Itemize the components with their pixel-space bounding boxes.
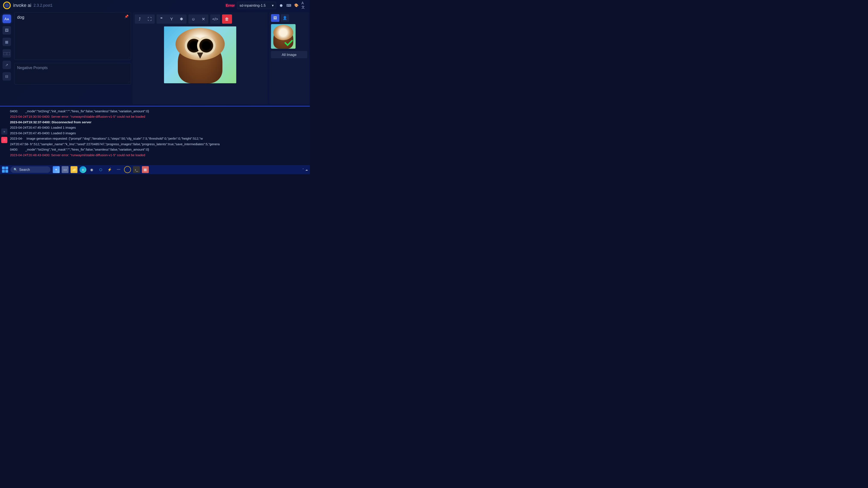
cube-icon[interactable]: ⬢ [278, 3, 284, 8]
task-explorer-icon[interactable]: 📁 [71, 166, 78, 173]
canvas-toolbar: ⤴ ⛶ ❞ Y ✱ ☺ ⤧ </> 🗑 [135, 14, 266, 24]
keyboard-icon[interactable]: ⌨ [286, 3, 291, 8]
app-name: invoke ai [13, 3, 31, 8]
gallery-tab-user[interactable]: 👤 [281, 14, 289, 22]
generated-image[interactable] [164, 27, 237, 83]
resize-handle-icon[interactable]: ⋰ [128, 57, 130, 59]
sidebar-img2img[interactable]: 🖼 [3, 26, 11, 34]
fullscreen-icon[interactable]: ⛶ [145, 14, 155, 24]
console-line: 24T20:47:58- h":512,"sampler_name":"k_lm… [10, 141, 306, 147]
console-line: 2023-04-24T20:47:45-0400: Loaded 0 image… [10, 130, 306, 136]
positive-prompt[interactable]: dog 📌 ⋰ [14, 12, 131, 60]
pin-icon[interactable]: 📌 [124, 14, 129, 19]
task-invoke-icon[interactable] [124, 166, 131, 173]
task-app4-icon[interactable]: ▦ [142, 166, 149, 173]
task-taskview-icon[interactable]: ▭ [62, 166, 68, 173]
console-line: 2023-04-24T19:32:37-0400: Disconnected f… [10, 120, 306, 125]
console-line: 2023-04-24T19:30:50-0400: Server error: … [10, 114, 306, 120]
chevron-down-icon: ▾ [272, 3, 274, 7]
app-logo [3, 1, 11, 9]
console-line: 0400: _mode":"txt2img","init_mask":"","h… [10, 147, 306, 152]
share-icon[interactable]: ⤴ [135, 14, 145, 24]
taskbar-search[interactable]: 🔍 Search [10, 166, 51, 173]
task-terminal-icon[interactable]: ›_ [133, 166, 140, 173]
shuffle-icon[interactable]: ⤧ [198, 14, 208, 24]
model-select[interactable]: sd-inpainting-1.5 ▾ [237, 2, 276, 9]
prompt-panel: dog 📌 ⋰ Negative Prompts ⋰ [14, 12, 131, 104]
search-icon: 🔍 [13, 168, 18, 171]
negative-prompt-placeholder: Negative Prompts [17, 66, 48, 70]
canvas-area[interactable] [135, 26, 266, 102]
mode-sidebar: Aᴀ 🖼 ▦ ⬚⬚ ↗ ⊟ [1, 12, 13, 104]
all-images-button[interactable]: All Image [271, 51, 307, 58]
start-button[interactable] [2, 166, 8, 173]
app-version: 2.3.2.post1 [34, 3, 53, 8]
gallery-panel: 🖼 👤 All Image [269, 12, 309, 104]
task-app2-icon[interactable]: ⚡ [106, 166, 113, 173]
console-line: 2023-04- Image generation requested: {"p… [10, 136, 306, 141]
quote-icon[interactable]: ❞ [156, 14, 166, 24]
resize-handle-icon[interactable]: ⋰ [128, 81, 130, 84]
code-icon[interactable]: </> [210, 14, 220, 24]
task-app1-icon[interactable]: ⬡ [97, 166, 104, 173]
app-header: invoke ai 2.3.2.post1 Error sd-inpaintin… [0, 0, 310, 11]
console-line: 2023-04-24T20:48:43-0400: Server error: … [10, 152, 306, 158]
console-line: 2023-04-24T20:47:45-0400: Loaded 1 image… [10, 125, 306, 130]
error-badge: Error [226, 3, 235, 7]
sidebar-upscale[interactable]: ↗ [3, 61, 11, 69]
seed-icon[interactable]: Y [166, 14, 177, 24]
canvas-panel: ⤴ ⛶ ❞ Y ✱ ☺ ⤧ </> 🗑 [133, 12, 268, 104]
task-app3-icon[interactable]: 〰 [115, 166, 122, 173]
sidebar-nodes[interactable]: ⬚⬚ [3, 49, 11, 58]
sidebar-txt2img[interactable]: Aᴀ [3, 14, 11, 23]
sidebar-training[interactable]: ⊟ [3, 72, 11, 81]
search-placeholder: Search [19, 168, 30, 171]
gallery-thumbnail[interactable] [271, 24, 296, 48]
task-edge-icon[interactable]: e [80, 166, 86, 173]
console-line: 0400: _mode":"txt2img","init_mask":"","h… [10, 108, 306, 114]
positive-prompt-text: dog [17, 15, 24, 20]
negative-prompt[interactable]: Negative Prompts ⋰ [14, 63, 131, 85]
gallery-tab-images[interactable]: 🖼 [271, 14, 279, 22]
model-select-value: sd-inpainting-1.5 [240, 3, 266, 7]
task-widgets-icon[interactable]: ✦ [53, 166, 60, 173]
palette-icon[interactable]: 🎨 [293, 3, 299, 8]
tray-chevron-icon[interactable]: ˄ [303, 168, 304, 171]
system-tray[interactable]: ˄ ☁ [303, 168, 308, 171]
emoji-icon[interactable]: ☺ [188, 14, 198, 24]
delete-button[interactable]: 🗑 [222, 14, 232, 24]
tray-cloud-icon[interactable]: ☁ [305, 168, 308, 171]
language-icon[interactable]: A文 [301, 3, 307, 8]
console-clear-button[interactable]: − [1, 137, 7, 143]
asterisk-icon[interactable]: ✱ [177, 14, 186, 24]
task-steam-icon[interactable]: ◉ [89, 166, 95, 173]
console-collapse-button[interactable]: » [1, 128, 7, 135]
sidebar-canvas[interactable]: ▦ [3, 38, 11, 46]
windows-taskbar: 🔍 Search ✦ ▭ 📁 e ◉ ⬡ ⚡ 〰 ›_ ▦ ˄ ☁ [0, 165, 310, 174]
console-panel: » − 0400: _mode":"txt2img","init_mask":"… [0, 106, 310, 165]
